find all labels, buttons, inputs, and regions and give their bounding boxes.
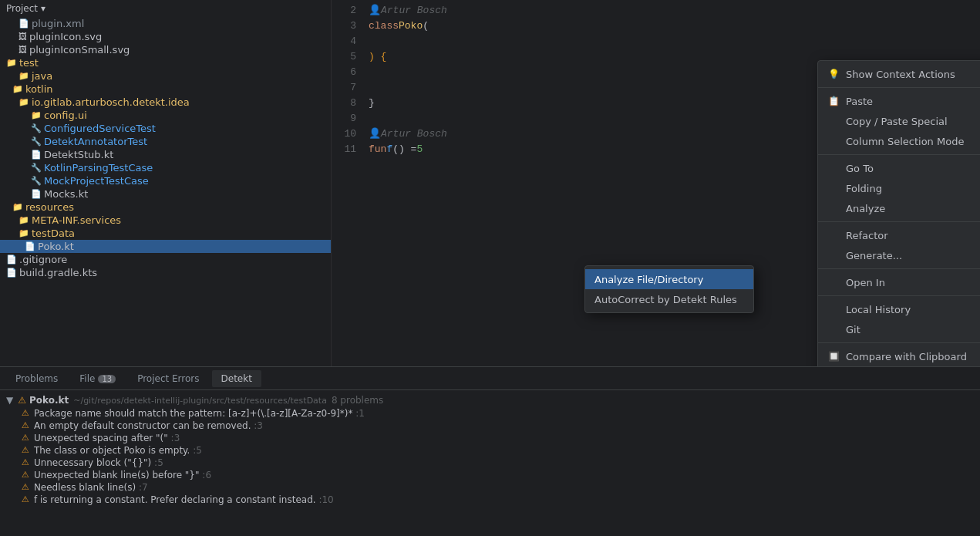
problem-text: An empty default constructor can be remo… [34, 420, 263, 431]
file-icon: 🔧 [31, 123, 42, 133]
menu-item-column-selection-mode[interactable]: Column Selection Mode Alt+Shift+Insert [818, 131, 980, 151]
file-icon: 🔧 [31, 137, 42, 147]
tree-item[interactable]: 📄Mocks.kt [0, 187, 331, 201]
tree-item[interactable]: 🔧KotlinParsingTestCase [0, 161, 331, 174]
problem-item[interactable]: ⚠The class or object Poko is empty. :5 [0, 444, 980, 457]
menu-item-generate[interactable]: Generate... Alt+Insert [818, 245, 980, 265]
file-label: plugin.xml [32, 18, 84, 29]
file-label: kotlin [25, 83, 53, 95]
editor-area: 234567891011 👤 Artur Bosch class Poko ( … [332, 0, 980, 366]
file-label: pluginIconSmall.svg [29, 44, 130, 56]
tree-item[interactable]: 🔧ConfiguredServiceTest [0, 122, 331, 135]
submenu-item-autocorrect[interactable]: AutoCorrect by Detekt Rules [585, 289, 753, 309]
menu-label: Go To [846, 163, 874, 174]
submenu-label: Analyze File/Directory [594, 274, 703, 285]
file-icon: ⚠ [18, 395, 26, 406]
file-icon: 📄 [31, 189, 42, 199]
tree-item[interactable]: 📁java [0, 69, 331, 83]
file-label: Mocks.kt [44, 188, 88, 200]
line-num: 8 [332, 96, 356, 111]
menu-item-open-in[interactable]: Open In › [818, 272, 980, 292]
project-dropdown-icon: ▾ [41, 3, 45, 14]
bottom-tab-problems[interactable]: Problems [6, 370, 67, 387]
file-label: .gitignore [19, 254, 67, 265]
file-label: io.gitlab.arturbosch.detekt.idea [32, 96, 190, 108]
problem-text: f is returning a constant. Prefer declar… [34, 494, 334, 505]
problem-item[interactable]: ⚠Unexpected blank line(s) before "}" :6 [0, 469, 980, 481]
file-icon: 🖼 [19, 45, 27, 55]
menu-label: Open In [846, 277, 885, 288]
problem-file: Poko.kt [29, 395, 69, 406]
tree-item[interactable]: 📁io.gitlab.arturbosch.detekt.idea [0, 96, 331, 109]
tree-item[interactable]: 📁resources [0, 201, 331, 214]
tree-item[interactable]: 📄Poko.kt [0, 240, 331, 253]
problem-item[interactable]: ⚠Package name should match the pattern: … [0, 407, 980, 420]
bottom-tab-project-errors[interactable]: Project Errors [128, 370, 208, 387]
problem-header[interactable]: ▼ ⚠ Poko.kt ~/git/repos/detekt-intellij-… [0, 393, 980, 407]
problem-text: The class or object Poko is empty. :5 [34, 445, 202, 456]
menu-label: Local History [846, 304, 911, 315]
tree-item[interactable]: 🖼pluginIcon.svg [0, 30, 331, 43]
menu-separator [818, 221, 980, 222]
problem-item[interactable]: ⚠f is returning a constant. Prefer decla… [0, 494, 980, 506]
problem-count: 8 problems [332, 395, 383, 406]
file-label: java [32, 70, 52, 82]
file-icon: 📄 [6, 268, 17, 278]
menu-item-local-history[interactable]: Local History › [818, 299, 980, 319]
code-line-3: class Poko ( [369, 19, 980, 34]
menu-item-copy-paste-special[interactable]: Copy / Paste Special › [818, 111, 980, 131]
line-num: 7 [332, 80, 356, 96]
tree-item[interactable]: 📄DetektStub.kt [0, 148, 331, 161]
file-icon: 📁 [19, 71, 29, 81]
sidebar-header[interactable]: Project ▾ [0, 0, 331, 17]
author-line-1: 👤 Artur Bosch [369, 3, 980, 19]
file-icon: 🔧 [31, 176, 42, 186]
bottom-tab-detekt[interactable]: Detekt [212, 370, 261, 387]
problem-text: Package name should match the pattern: [… [34, 408, 365, 419]
problem-item[interactable]: ⚠Unexpected spacing after "(" :3 [0, 432, 980, 444]
file-label: META-INF.services [32, 214, 121, 226]
menu-item-refactor[interactable]: Refactor › [818, 225, 980, 245]
tree-item[interactable]: 📄.gitignore [0, 253, 331, 266]
tree-item[interactable]: 🔧MockProjectTestCase [0, 174, 331, 187]
menu-item-go-to[interactable]: Go To › [818, 158, 980, 178]
tree-item[interactable]: 📁META-INF.services [0, 214, 331, 227]
problem-list: ⚠Package name should match the pattern: … [0, 407, 980, 506]
submenu: Analyze File/DirectoryAutoCorrect by Det… [584, 265, 754, 313]
tab-badge: 13 [98, 375, 116, 383]
menu-label: Generate... [846, 250, 902, 261]
menu-item-analyze[interactable]: Analyze › [818, 198, 980, 218]
tree-item[interactable]: 📁testData [0, 227, 331, 240]
menu-separator [818, 87, 980, 88]
tree-item[interactable]: 📁config.ui [0, 109, 331, 122]
menu-item-compare-clipboard[interactable]: 🔲 Compare with Clipboard [818, 346, 980, 366]
warn-icon: ⚠ [22, 494, 29, 504]
context-menu: 💡 Show Context Actions Alt+Enter 📋 Paste… [817, 60, 980, 366]
tree-item[interactable]: 📄plugin.xml [0, 17, 331, 30]
bottom-tab-file[interactable]: File13 [70, 370, 125, 387]
menu-item-git[interactable]: Git › [818, 319, 980, 339]
problem-text: Needless blank line(s) :7 [34, 482, 148, 493]
warn-icon: ⚠ [22, 470, 29, 480]
submenu-item-analyze-file[interactable]: Analyze File/Directory [585, 269, 753, 289]
file-label: MockProjectTestCase [44, 175, 149, 187]
tree-item[interactable]: 🔧DetektAnnotatorTest [0, 135, 331, 148]
tab-label: Detekt [221, 373, 252, 384]
tree-item[interactable]: 🖼pluginIconSmall.svg [0, 43, 331, 56]
tree-item[interactable]: 📁kotlin [0, 83, 331, 96]
line-num: 2 [332, 3, 356, 19]
problem-item[interactable]: ⚠Unnecessary block ("{}") :5 [0, 457, 980, 469]
code-line-4 [369, 34, 980, 49]
menu-item-paste[interactable]: 📋 Paste Ctrl+V [818, 91, 980, 111]
menu-icon: 🔲 [827, 351, 840, 362]
problem-item[interactable]: ⚠Needless blank line(s) :7 [0, 481, 980, 494]
tree-item[interactable]: 📄build.gradle.kts [0, 266, 331, 279]
submenu-label: AutoCorrect by Detekt Rules [594, 294, 737, 305]
menu-item-show-context-actions[interactable]: 💡 Show Context Actions Alt+Enter [818, 64, 980, 84]
tree-item[interactable]: 📁test [0, 56, 331, 69]
file-label: resources [25, 201, 74, 213]
menu-label: Refactor [846, 230, 888, 241]
problem-item[interactable]: ⚠An empty default constructor can be rem… [0, 420, 980, 432]
menu-item-folding[interactable]: Folding › [818, 178, 980, 198]
warn-icon: ⚠ [22, 420, 29, 430]
